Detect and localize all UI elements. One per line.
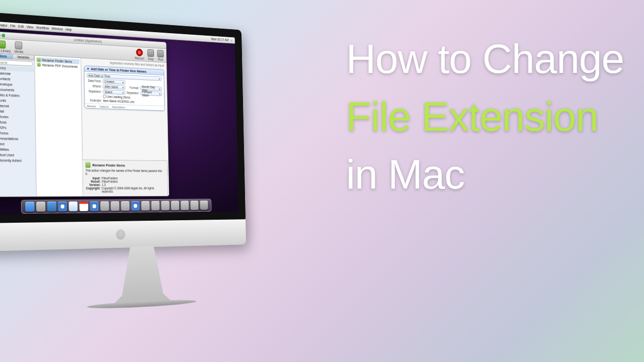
headline-line-3: in Mac: [346, 146, 624, 204]
tab-variables[interactable]: Variables: [13, 54, 34, 60]
library-icon: [0, 40, 6, 49]
search-value: rename: [0, 60, 8, 64]
automator-action-icon: [86, 162, 91, 168]
record-icon: [136, 48, 142, 56]
dock-reflection: [13, 203, 218, 215]
workflow-canvas[interactable]: Application receives files and folders a…: [81, 58, 169, 196]
label-format: Format:: [126, 86, 139, 90]
menubar-item[interactable]: Help: [65, 28, 72, 31]
zoom-icon[interactable]: [2, 34, 6, 37]
run-icon: [157, 50, 164, 57]
action-description-panel: Rename Finder Items This action changes …: [83, 159, 168, 196]
imac-stand: [112, 245, 172, 304]
hide-library-button[interactable]: Hide Library: [0, 40, 11, 52]
menubar-clock[interactable]: Wed 10:17 AM: [211, 37, 228, 42]
menubar-item[interactable]: Workflow: [36, 26, 49, 30]
menubar-item[interactable]: File: [10, 24, 15, 28]
checkbox-icon[interactable]: [103, 95, 106, 98]
select-separator-1[interactable]: Space: [103, 89, 125, 95]
label-datetime: Date/Time:: [87, 79, 101, 83]
label-separator: Separator:: [87, 89, 102, 94]
action-description-tab[interactable]: Description: [112, 105, 125, 109]
headline-line-1: How to Change: [346, 30, 624, 88]
headline-line-2: File Extension: [346, 88, 624, 146]
media-icon: [15, 41, 23, 49]
stop-icon: [147, 49, 154, 56]
menubar-item[interactable]: Window: [52, 27, 63, 31]
sidebar-item[interactable]: Most Used: [0, 152, 36, 158]
imac-bezel: Automator File Edit View Workflow Window…: [0, 12, 246, 226]
select-datetime[interactable]: Created: [103, 79, 125, 84]
minimize-icon[interactable]: [0, 33, 1, 37]
label-example: Example:: [87, 99, 102, 103]
actions-results: Rename Finder Items Rename PDF Documents: [35, 56, 83, 197]
description-title: Rename Finder Items: [86, 162, 165, 168]
media-button[interactable]: Media: [14, 41, 23, 53]
sidebar-item[interactable]: Recently Added: [0, 157, 36, 163]
window-body: Actions Variables ⌕ rename ▶ Library Cal…: [0, 53, 169, 197]
label-where: Where:: [87, 84, 101, 88]
imac-chin: [0, 219, 246, 251]
search-input[interactable]: ⌕ rename: [0, 59, 33, 66]
stop-button[interactable]: Stop: [147, 49, 154, 60]
action-body: Add Date or Time Date/Time: Created Wher…: [85, 71, 165, 106]
menubar-app-name[interactable]: Automator: [0, 23, 8, 27]
menubar-item[interactable]: View: [27, 25, 34, 29]
label-separator-2: Separator:: [126, 91, 139, 95]
menubar-item[interactable]: Edit: [18, 25, 24, 29]
sidebar-item[interactable]: Utilities: [0, 147, 36, 153]
description-blurb: This action changes the names of the Fin…: [86, 169, 165, 176]
action-options-tab[interactable]: Options: [100, 105, 109, 108]
record-button[interactable]: Record: [134, 48, 144, 60]
action-icon: [37, 62, 41, 66]
tab-actions[interactable]: Actions: [0, 53, 13, 59]
select-separator-2[interactable]: Forward Slash: [140, 91, 162, 96]
library-sidebar: Actions Variables ⌕ rename ▶ Library Cal…: [0, 53, 37, 197]
automator-window: Untitled (Application) Hide Library Medi…: [0, 31, 169, 197]
headline: How to Change File Extension in Mac: [346, 30, 624, 203]
spotlight-icon[interactable]: ⌕: [231, 39, 232, 42]
window-traffic-lights[interactable]: [0, 33, 5, 37]
disclosure-icon[interactable]: ▼: [87, 67, 90, 70]
mac-desktop: Automator File Edit View Workflow Window…: [0, 21, 238, 215]
imac-mockup: Automator File Edit View Workflow Window…: [0, 12, 286, 362]
run-button[interactable]: Run: [157, 50, 164, 61]
action-results-tab[interactable]: Results: [87, 104, 96, 108]
select-where[interactable]: After name: [103, 84, 125, 89]
workflow-action-rename[interactable]: ▼ Add Date or Time to Finder Item Names …: [84, 65, 165, 111]
action-icon: [37, 58, 41, 62]
